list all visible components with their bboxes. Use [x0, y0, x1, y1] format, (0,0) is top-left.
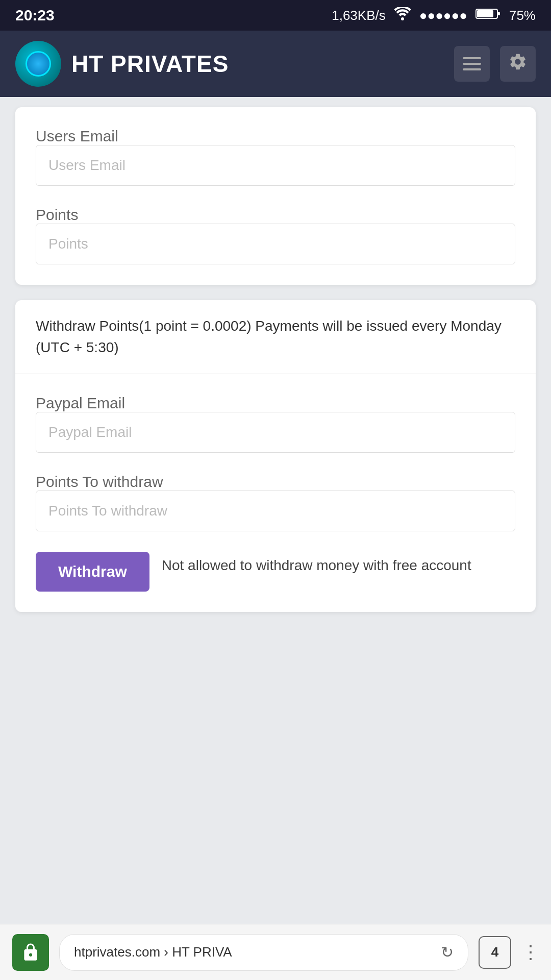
svg-rect-1 [497, 12, 500, 15]
withdraw-card: Withdraw Points(1 point = 0.0002) Paymen… [15, 300, 536, 612]
more-menu-icon[interactable]: ⋮ [521, 942, 539, 963]
withdraw-form: Paypal Email Points To withdraw Withdraw… [15, 374, 536, 612]
transfer-card: Users Email Points [15, 107, 536, 285]
wifi-icon [394, 7, 411, 24]
app-title: HT PRIVATES [71, 50, 229, 78]
points-group: Points [36, 206, 515, 264]
status-indicators: 1,63KB/s ●●●●●● 75% [332, 7, 536, 24]
svg-rect-2 [477, 10, 493, 17]
withdraw-button[interactable]: Withdraw [36, 552, 149, 592]
paypal-email-input[interactable] [36, 412, 515, 453]
tab-count[interactable]: 4 [479, 936, 511, 969]
network-speed: 1,63KB/s [332, 8, 386, 23]
paypal-email-group: Paypal Email [36, 395, 515, 453]
battery-percent: 75% [509, 8, 536, 23]
users-email-group: Users Email [36, 128, 515, 186]
battery-icon [475, 8, 501, 23]
menu-button[interactable] [454, 46, 490, 82]
withdraw-actions: Withdraw Not allowed to withdraw money w… [36, 552, 515, 592]
refresh-icon[interactable]: ↻ [441, 943, 454, 961]
status-bar: 20:23 1,63KB/s ●●●●●● 75% [0, 0, 551, 31]
signal-icon: ●●●●●● [419, 8, 467, 23]
settings-button[interactable] [500, 46, 536, 82]
points-to-withdraw-group: Points To withdraw [36, 473, 515, 531]
header-actions [454, 46, 536, 82]
header-brand: HT PRIVATES [15, 41, 229, 87]
points-label: Points [36, 206, 78, 223]
main-content: Users Email Points Withdraw Points(1 poi… [0, 97, 551, 622]
secure-icon [12, 934, 49, 971]
points-to-withdraw-input[interactable] [36, 491, 515, 531]
app-logo [15, 41, 61, 87]
users-email-input[interactable] [36, 145, 515, 186]
users-email-label: Users Email [36, 128, 118, 144]
url-text: htprivates.com › HT PRIVA [74, 944, 433, 960]
lock-icon [21, 943, 40, 962]
paypal-email-label: Paypal Email [36, 395, 125, 411]
withdraw-message: Not allowed to withdraw money with free … [162, 552, 471, 576]
url-bar[interactable]: htprivates.com › HT PRIVA ↻ [59, 934, 468, 971]
app-header: HT PRIVATES [0, 31, 551, 97]
browser-bar: htprivates.com › HT PRIVA ↻ 4 ⋮ [0, 924, 551, 980]
points-input[interactable] [36, 224, 515, 264]
withdraw-info-text: Withdraw Points(1 point = 0.0002) Paymen… [15, 300, 536, 374]
time-display: 20:23 [15, 7, 55, 24]
gear-icon [508, 52, 528, 76]
points-to-withdraw-label: Points To withdraw [36, 473, 163, 490]
hamburger-icon [463, 57, 481, 70]
